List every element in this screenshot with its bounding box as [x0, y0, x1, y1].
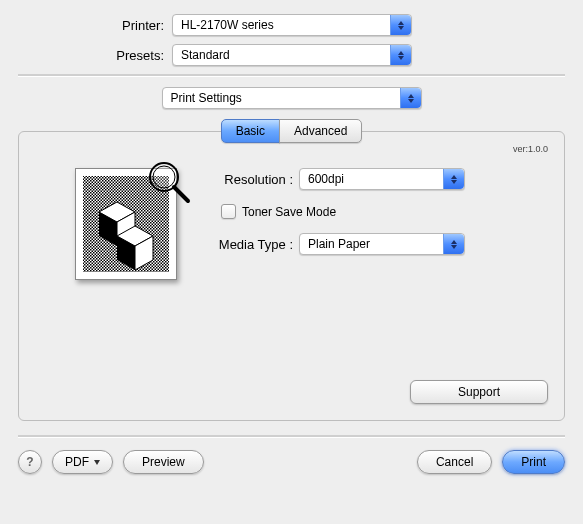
- help-icon: ?: [26, 455, 33, 469]
- dropdown-arrows-icon: [443, 234, 464, 254]
- svg-line-12: [174, 187, 188, 201]
- presets-select-value: Standard: [173, 48, 230, 62]
- divider: [18, 74, 565, 77]
- support-button[interactable]: Support: [410, 380, 548, 404]
- printer-select-value: HL-2170W series: [173, 18, 274, 32]
- presets-row: Presets: Standard: [18, 44, 565, 66]
- resolution-label: Resolution :: [203, 172, 299, 187]
- media-type-value: Plain Paper: [300, 237, 370, 251]
- dropdown-arrows-icon: [390, 45, 411, 65]
- resolution-select[interactable]: 600dpi: [299, 168, 465, 190]
- tab-bar: Basic Advanced: [18, 119, 565, 143]
- version-label: ver:1.0.0: [513, 144, 548, 154]
- toner-save-checkbox[interactable]: [221, 204, 236, 219]
- panel-content: Resolution : 600dpi Toner Save Mode Medi…: [35, 168, 548, 280]
- presets-select[interactable]: Standard: [172, 44, 412, 66]
- resolution-value: 600dpi: [300, 172, 344, 186]
- pdf-button[interactable]: PDF: [52, 450, 113, 474]
- print-button[interactable]: Print: [502, 450, 565, 474]
- tab-basic[interactable]: Basic: [221, 119, 280, 143]
- toner-save-row: Toner Save Mode: [221, 204, 548, 219]
- print-preview-thumbnail: [75, 168, 177, 280]
- print-settings-select[interactable]: Print Settings: [162, 87, 422, 109]
- support-row: Support: [35, 380, 548, 404]
- cancel-button[interactable]: Cancel: [417, 450, 492, 474]
- tab-advanced[interactable]: Advanced: [279, 119, 362, 143]
- divider: [18, 435, 565, 438]
- toner-save-label: Toner Save Mode: [242, 205, 336, 219]
- print-dialog: Printer: HL-2170W series Presets: Standa…: [0, 0, 583, 490]
- chevron-down-icon: [94, 460, 100, 465]
- media-type-row: Media Type : Plain Paper: [203, 233, 548, 255]
- preview-button[interactable]: Preview: [123, 450, 204, 474]
- printer-label: Printer:: [18, 18, 172, 33]
- resolution-row: Resolution : 600dpi: [203, 168, 548, 190]
- dropdown-arrows-icon: [390, 15, 411, 35]
- media-type-select[interactable]: Plain Paper: [299, 233, 465, 255]
- help-button[interactable]: ?: [18, 450, 42, 474]
- settings-panel: ver:1.0.0: [18, 131, 565, 421]
- presets-label: Presets:: [18, 48, 172, 63]
- settings-row: Print Settings: [18, 87, 565, 109]
- fields: Resolution : 600dpi Toner Save Mode Medi…: [203, 168, 548, 280]
- printer-row: Printer: HL-2170W series: [18, 14, 565, 36]
- media-type-label: Media Type :: [203, 237, 299, 252]
- footer: ? PDF Preview Cancel Print: [18, 450, 565, 474]
- dropdown-arrows-icon: [400, 88, 421, 108]
- print-settings-select-value: Print Settings: [163, 91, 242, 105]
- dropdown-arrows-icon: [443, 169, 464, 189]
- printer-select[interactable]: HL-2170W series: [172, 14, 412, 36]
- magnifier-icon: [146, 159, 194, 207]
